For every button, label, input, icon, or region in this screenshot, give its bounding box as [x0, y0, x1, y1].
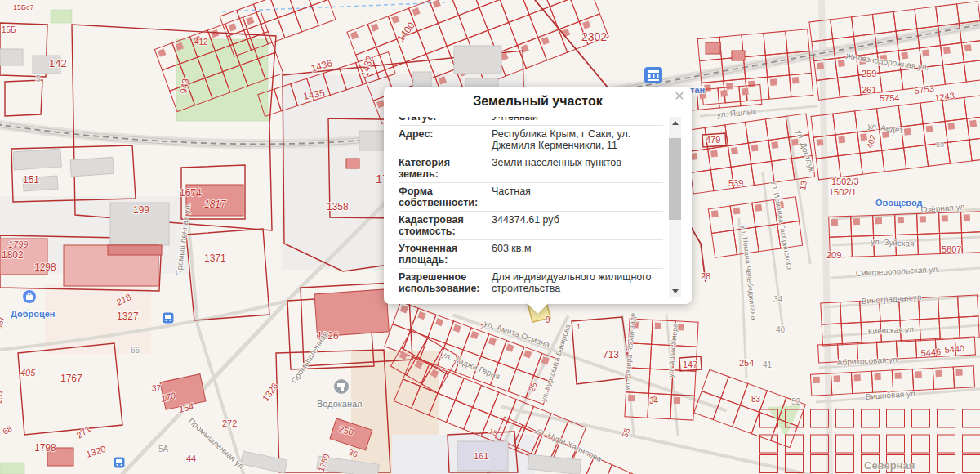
- parcel[interactable]: [765, 116, 788, 140]
- scroll-up-button[interactable]: [669, 117, 681, 128]
- parcel[interactable]: [786, 29, 809, 53]
- parcel[interactable]: [836, 455, 854, 473]
- parcel[interactable]: [838, 153, 862, 177]
- parcel[interactable]: [702, 369, 728, 398]
- parcel-grid[interactable]: [684, 114, 814, 194]
- scroll-down-button[interactable]: [669, 285, 681, 297]
- parcel[interactable]: [237, 4, 261, 30]
- parcel-grid[interactable]: [811, 95, 980, 180]
- popup-scrollbar[interactable]: [669, 117, 681, 297]
- close-icon[interactable]: ×: [675, 87, 684, 105]
- road-sign-icon[interactable]: [114, 458, 125, 468]
- parcel[interactable]: [947, 140, 972, 163]
- parcel[interactable]: [721, 377, 748, 405]
- parcel[interactable]: [417, 24, 447, 55]
- parcel[interactable]: [912, 435, 930, 453]
- parcel[interactable]: [953, 366, 974, 388]
- parcel[interactable]: [603, 465, 630, 474]
- parcel[interactable]: [860, 150, 884, 174]
- parcel[interactable]: [836, 409, 854, 427]
- store-icon[interactable]: [23, 290, 36, 303]
- parcel[interactable]: [748, 141, 771, 164]
- parcel[interactable]: [463, 328, 489, 356]
- parcel[interactable]: [967, 116, 980, 140]
- parcel[interactable]: [963, 435, 980, 453]
- parcel[interactable]: [964, 95, 980, 118]
- parcel[interactable]: [887, 409, 905, 427]
- parcel[interactable]: [893, 9, 917, 31]
- parcel[interactable]: [831, 17, 854, 39]
- parcel[interactable]: [851, 371, 872, 393]
- parcel[interactable]: [446, 321, 472, 350]
- parcel[interactable]: [295, 6, 319, 32]
- parcel[interactable]: [473, 385, 499, 414]
- parcel[interactable]: [728, 143, 751, 167]
- parcel[interactable]: [708, 146, 731, 170]
- parcel[interactable]: [708, 206, 733, 233]
- parcel[interactable]: [938, 409, 956, 427]
- parcel[interactable]: [712, 230, 737, 257]
- parcel[interactable]: [455, 378, 481, 408]
- parcel[interactable]: [945, 118, 969, 142]
- scrollbar-thumb[interactable]: [669, 138, 681, 220]
- parcel[interactable]: [838, 75, 862, 97]
- parcel[interactable]: [311, 0, 336, 25]
- parcel[interactable]: [872, 11, 896, 34]
- parcel[interactable]: [768, 137, 791, 161]
- parcel[interactable]: [936, 4, 960, 26]
- parcel[interactable]: [479, 0, 509, 30]
- parcel[interactable]: [755, 224, 781, 251]
- parcel[interactable]: [752, 200, 777, 227]
- parcel[interactable]: [550, 0, 579, 29]
- parcel[interactable]: [481, 334, 507, 363]
- parcel[interactable]: [915, 7, 938, 29]
- parcel[interactable]: [410, 308, 436, 337]
- parcel[interactable]: [718, 87, 741, 108]
- parcel[interactable]: [772, 159, 795, 182]
- parcel[interactable]: [882, 148, 906, 172]
- parcel[interactable]: [691, 170, 714, 194]
- parcel[interactable]: [896, 340, 916, 359]
- parcel[interactable]: [887, 435, 905, 453]
- parcel[interactable]: [961, 232, 980, 253]
- parcel[interactable]: [943, 62, 967, 84]
- parcel[interactable]: [969, 137, 980, 161]
- parcel[interactable]: [154, 43, 180, 70]
- parcel[interactable]: [912, 409, 930, 427]
- parcel[interactable]: [961, 40, 980, 62]
- parcel[interactable]: [938, 455, 956, 473]
- parcel[interactable]: [862, 409, 880, 427]
- parcel[interactable]: [938, 435, 956, 453]
- parcel[interactable]: [459, 7, 488, 38]
- parcel[interactable]: [347, 25, 376, 56]
- parcel[interactable]: [790, 74, 813, 97]
- parcel[interactable]: [862, 435, 880, 453]
- parcel[interactable]: [920, 101, 945, 124]
- parcel[interactable]: [811, 455, 829, 473]
- parcel[interactable]: [880, 70, 903, 92]
- parcel[interactable]: [836, 435, 854, 453]
- scrollbar-track[interactable]: [669, 128, 681, 285]
- parcel[interactable]: [446, 400, 472, 430]
- parcel[interactable]: [746, 119, 768, 143]
- parcel[interactable]: [963, 455, 980, 473]
- road-sign-icon[interactable]: [163, 313, 174, 324]
- parcel[interactable]: [957, 2, 980, 24]
- parcel[interactable]: [541, 0, 570, 7]
- parcel[interactable]: [516, 347, 542, 375]
- parcel[interactable]: [904, 145, 929, 169]
- parcel[interactable]: [733, 405, 760, 434]
- parcel[interactable]: [901, 124, 925, 148]
- parcel[interactable]: [892, 369, 913, 391]
- waterworks-icon[interactable]: [334, 379, 349, 394]
- map-viewport[interactable]: 2302140014361432143517201715Бс715Б142594…: [0, 0, 980, 474]
- parcel[interactable]: [852, 15, 875, 37]
- parcel[interactable]: [393, 302, 419, 330]
- parcel[interactable]: [831, 373, 852, 395]
- parcel[interactable]: [833, 111, 858, 135]
- parcel[interactable]: [725, 122, 748, 145]
- parcel[interactable]: [498, 341, 524, 369]
- parcel[interactable]: [368, 16, 397, 47]
- parcel[interactable]: [811, 435, 829, 453]
- parcel[interactable]: [912, 368, 933, 390]
